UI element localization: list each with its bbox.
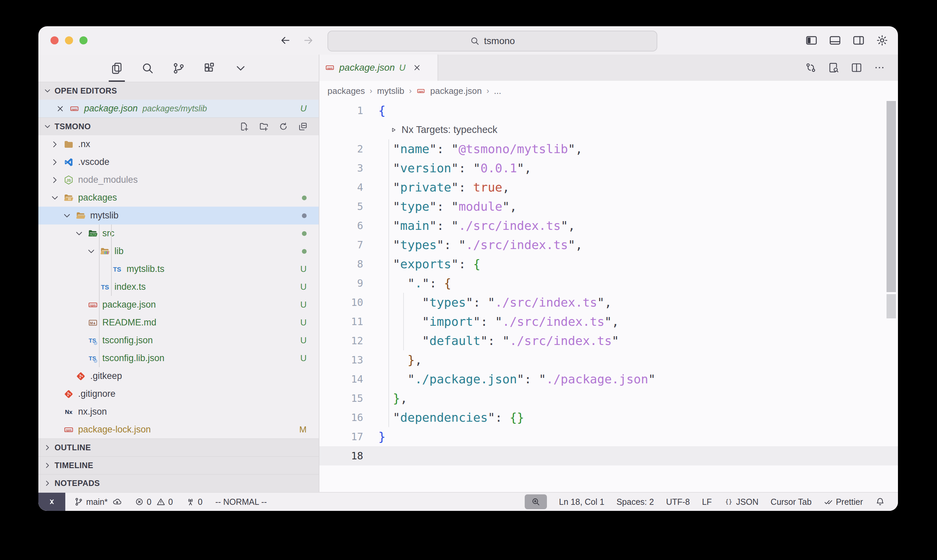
code-line-17[interactable]: 17} bbox=[319, 427, 898, 446]
indentation-indicator[interactable]: Spaces: 2 bbox=[617, 497, 654, 507]
tree-item-tsconfig-lib-json[interactable]: TStsconfig.lib.jsonU bbox=[38, 349, 319, 367]
tree-item-label: node_modules bbox=[78, 175, 138, 185]
code-line-10[interactable]: 10 "types": "./src/index.ts", bbox=[319, 293, 898, 312]
breadcrumb-item[interactable]: packages bbox=[328, 86, 365, 96]
code-line-6[interactable]: 6 "main": "./src/index.ts", bbox=[319, 216, 898, 235]
close-window-button[interactable] bbox=[51, 36, 58, 45]
title-bar: tsmono bbox=[38, 26, 898, 54]
more-views-chevron-icon[interactable] bbox=[233, 54, 248, 82]
close-tab-icon[interactable] bbox=[412, 63, 422, 72]
codelens-nx-targets[interactable]: Nx Targets: typecheck bbox=[319, 120, 898, 139]
chevron-right-icon[interactable] bbox=[50, 139, 60, 149]
tree-item-packages[interactable]: packages bbox=[38, 189, 319, 207]
open-preview-icon[interactable] bbox=[828, 62, 839, 73]
code-line-7[interactable]: 7 "types": "./src/index.ts", bbox=[319, 235, 898, 254]
open-editors-header[interactable]: OPEN EDITORS bbox=[38, 82, 319, 100]
remote-indicator-button[interactable] bbox=[38, 493, 65, 511]
ports-indicator[interactable]: 0 bbox=[186, 497, 203, 507]
problems-errors[interactable]: 0 bbox=[135, 497, 151, 507]
code-line-2[interactable]: 2 "name": "@tsmono/mytslib", bbox=[319, 139, 898, 158]
chevron-down-icon[interactable] bbox=[62, 211, 72, 221]
collapse-all-icon[interactable] bbox=[298, 122, 308, 132]
tree-item-src[interactable]: </>src bbox=[38, 225, 319, 242]
explorer-tab-icon[interactable] bbox=[109, 54, 124, 82]
chevron-right-icon[interactable] bbox=[50, 175, 60, 185]
double-check-icon bbox=[823, 497, 833, 506]
forward-icon[interactable] bbox=[302, 34, 314, 46]
code-line-16[interactable]: 16 "dependencies": {} bbox=[319, 408, 898, 427]
problems-warnings[interactable]: 0 bbox=[156, 497, 173, 507]
encoding-indicator[interactable]: UTF-8 bbox=[666, 497, 690, 507]
notifications-bell-icon[interactable] bbox=[875, 497, 885, 507]
code-line-4[interactable]: 4 "private": true, bbox=[319, 178, 898, 197]
code-line-3[interactable]: 3 "version": "0.0.1", bbox=[319, 158, 898, 178]
open-editor-item[interactable]: npm package.json packages/mytslib U bbox=[38, 100, 319, 117]
tree-item-readme-md[interactable]: MREADME.mdU bbox=[38, 314, 319, 331]
code-line-13[interactable]: 13 }, bbox=[319, 350, 898, 369]
tree-item-mytslib-ts[interactable]: TSmytslib.tsU bbox=[38, 260, 319, 278]
code-line-15[interactable]: 15 }, bbox=[319, 389, 898, 408]
chevron-down-icon[interactable] bbox=[74, 229, 84, 238]
refresh-icon[interactable] bbox=[278, 122, 288, 132]
cursor-position[interactable]: Ln 18, Col 1 bbox=[559, 497, 605, 507]
eol-indicator[interactable]: LF bbox=[702, 497, 712, 507]
tree-item-package-json[interactable]: npmpackage.jsonU bbox=[38, 296, 319, 314]
section-header-timeline[interactable]: TIMELINE bbox=[38, 456, 319, 474]
tree-item--vscode[interactable]: .vscode bbox=[38, 153, 319, 171]
code-line-1[interactable]: 1{ bbox=[319, 101, 898, 120]
language-mode[interactable]: {} JSON bbox=[724, 497, 759, 507]
close-editor-icon[interactable] bbox=[56, 104, 65, 113]
command-search-input[interactable]: tsmono bbox=[328, 31, 657, 51]
back-icon[interactable] bbox=[279, 34, 291, 46]
branch-indicator[interactable]: main* bbox=[74, 497, 108, 507]
explorer-section-header[interactable]: TSMONO bbox=[38, 117, 319, 135]
search-tab-icon[interactable] bbox=[140, 54, 155, 82]
code-line-11[interactable]: 11 "import": "./src/index.ts", bbox=[319, 312, 898, 331]
more-actions-icon[interactable] bbox=[874, 62, 885, 73]
tree-item--nx[interactable]: .nx bbox=[38, 135, 319, 153]
tree-item-node-modules[interactable]: JSnode_modules bbox=[38, 171, 319, 189]
toggle-secondary-sidebar-icon[interactable] bbox=[852, 34, 865, 47]
tree-item-lib[interactable]: lib bbox=[38, 242, 319, 260]
extensions-tab-icon[interactable] bbox=[202, 54, 217, 82]
chevron-down-icon[interactable] bbox=[86, 246, 96, 257]
settings-gear-icon[interactable] bbox=[876, 34, 889, 47]
tree-item-tsconfig-json[interactable]: TStsconfig.jsonU bbox=[38, 331, 319, 349]
split-editor-icon[interactable] bbox=[851, 62, 862, 73]
code-line-5[interactable]: 5 "type": "module", bbox=[319, 197, 898, 216]
breadcrumb-item[interactable]: package.json bbox=[430, 86, 482, 96]
toggle-panel-icon[interactable] bbox=[829, 34, 842, 47]
tree-item-nx-json[interactable]: Nxnx.json bbox=[38, 403, 319, 421]
code-line-12[interactable]: 12 "default": "./src/index.ts" bbox=[319, 331, 898, 350]
toggle-sidebar-icon[interactable] bbox=[805, 34, 818, 47]
code-line-8[interactable]: 8 "exports": { bbox=[319, 254, 898, 274]
tab-package-json[interactable]: npm package.json U bbox=[319, 54, 438, 81]
sync-changes-button[interactable] bbox=[112, 497, 122, 506]
minimize-window-button[interactable] bbox=[65, 36, 73, 45]
source-control-tab-icon[interactable] bbox=[171, 54, 186, 82]
chevron-down-icon[interactable] bbox=[50, 193, 60, 203]
breadcrumb-item[interactable]: ... bbox=[494, 86, 501, 96]
breadcrumb-item[interactable]: mytslib bbox=[377, 86, 404, 96]
chevron-right-icon[interactable] bbox=[50, 157, 60, 167]
tree-item--gitignore[interactable]: .gitignore bbox=[38, 385, 319, 403]
formatter-indicator[interactable]: Prettier bbox=[823, 497, 863, 507]
breadcrumb-separator: › bbox=[369, 86, 372, 95]
cursor-tab-indicator[interactable]: Cursor Tab bbox=[771, 497, 812, 507]
zoom-indicator[interactable] bbox=[525, 494, 547, 509]
code-editor[interactable]: 1{Nx Targets: typecheck2 "name": "@tsmon… bbox=[319, 101, 898, 492]
tree-item-index-ts[interactable]: TSindex.tsU bbox=[38, 278, 319, 296]
code-line-18[interactable]: 18 bbox=[319, 446, 898, 465]
section-header-outline[interactable]: OUTLINE bbox=[38, 438, 319, 456]
tree-item-package-lock-json[interactable]: npmpackage-lock.jsonM bbox=[38, 421, 319, 438]
code-line-9[interactable]: 9 ".": { bbox=[319, 274, 898, 293]
new-file-icon[interactable] bbox=[239, 122, 249, 132]
code-line-14[interactable]: 14 "./package.json": "./package.json" bbox=[319, 369, 898, 389]
tree-item--gitkeep[interactable]: .gitkeep bbox=[38, 367, 319, 385]
tree-item-mytslib[interactable]: mytslib bbox=[38, 207, 319, 225]
section-header-notepads[interactable]: NOTEPADS bbox=[38, 474, 319, 492]
vim-mode-indicator[interactable]: -- NORMAL -- bbox=[215, 497, 267, 507]
zoom-window-button[interactable] bbox=[79, 36, 88, 45]
open-changes-icon[interactable] bbox=[805, 62, 817, 73]
new-folder-icon[interactable] bbox=[259, 122, 269, 132]
